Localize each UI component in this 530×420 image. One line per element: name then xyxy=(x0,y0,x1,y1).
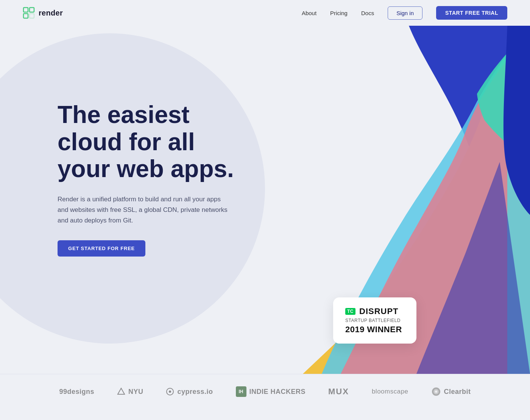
nav-links: About Pricing Docs Sign in START FREE TR… xyxy=(302,6,507,20)
svg-rect-3 xyxy=(30,14,34,18)
logo-mux: MUX xyxy=(328,387,349,397)
hero-subtitle: Render is a unified platform to build an… xyxy=(58,194,232,226)
render-logo-icon xyxy=(23,7,35,19)
tc-logo: TC xyxy=(345,308,355,315)
start-trial-button[interactable]: START FREE TRIAL xyxy=(436,6,507,20)
svg-rect-1 xyxy=(30,8,34,12)
logo-nyu-text: NYU xyxy=(128,388,143,396)
logo-99designs-text: 99designs xyxy=(59,388,94,396)
hero-section: The easiest cloud for all your web apps.… xyxy=(0,26,530,374)
logos-strip: 99designs NYU cypress.io IH INDIE HACKER… xyxy=(0,374,530,409)
cypress-icon xyxy=(166,387,174,396)
disrupt-year: 2019 WINNER xyxy=(345,325,402,334)
indie-hackers-icon: IH xyxy=(236,386,246,397)
logo-nyu: NYU xyxy=(117,387,143,396)
get-started-button[interactable]: GET STARTED FOR FREE xyxy=(58,240,145,257)
logo-clearbit: Clearbit xyxy=(431,387,471,397)
logo-indie-hackers-text: INDIE HACKERS xyxy=(249,388,306,396)
logo-cypress: cypress.io xyxy=(166,387,213,396)
nav-docs[interactable]: Docs xyxy=(361,10,374,16)
disrupt-badge: TC DISRUPT STARTUP BATTLEFIELD 2019 WINN… xyxy=(333,297,416,344)
clearbit-icon xyxy=(431,387,441,397)
hero-content: The easiest cloud for all your web apps.… xyxy=(58,101,234,257)
svg-marker-4 xyxy=(118,388,125,394)
navigation: render About Pricing Docs Sign in START … xyxy=(0,0,530,26)
nav-about[interactable]: About xyxy=(302,10,316,16)
logo-clearbit-text: Clearbit xyxy=(444,388,471,396)
logo-cypress-text: cypress.io xyxy=(177,388,213,396)
svg-rect-2 xyxy=(23,14,28,18)
nav-pricing[interactable]: Pricing xyxy=(330,10,348,16)
disrupt-label: DISRUPT xyxy=(359,306,399,316)
logo-99designs: 99designs xyxy=(59,388,94,396)
logo-text: render xyxy=(39,9,63,17)
disrupt-sub: STARTUP BATTLEFIELD xyxy=(345,318,401,323)
svg-point-6 xyxy=(169,390,171,393)
logo[interactable]: render xyxy=(23,7,63,19)
disrupt-top: TC DISRUPT xyxy=(345,306,399,316)
logo-indie-hackers: IH INDIE HACKERS xyxy=(236,386,306,397)
signin-button[interactable]: Sign in xyxy=(388,6,422,20)
logo-bloomscape: bloomscape xyxy=(372,388,408,395)
nyu-icon xyxy=(117,387,125,396)
logo-mux-text: MUX xyxy=(328,387,349,397)
svg-rect-0 xyxy=(23,8,28,12)
svg-point-9 xyxy=(435,390,437,393)
hero-title: The easiest cloud for all your web apps. xyxy=(58,101,234,183)
logo-bloomscape-text: bloomscape xyxy=(372,388,408,395)
